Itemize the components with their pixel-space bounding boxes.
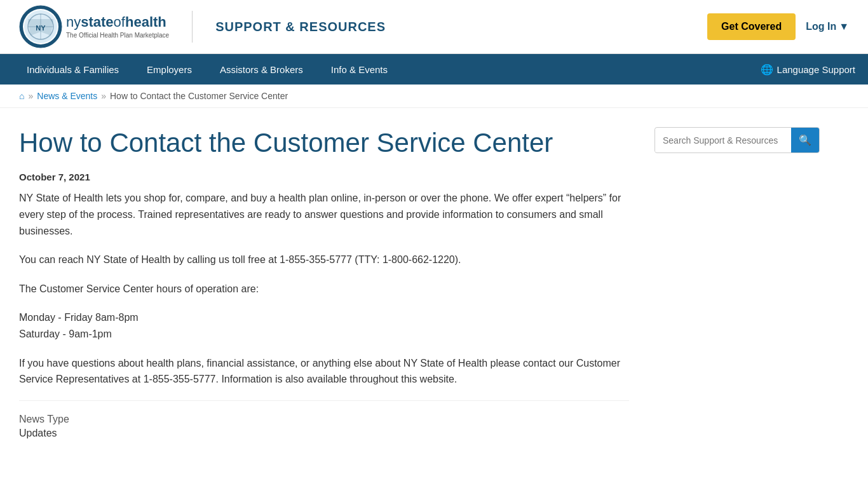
article-title: How to Contact the Customer Service Cent… bbox=[19, 127, 629, 159]
article-para-4: If you have questions about health plans… bbox=[19, 355, 629, 388]
logo-icon: NY bbox=[19, 5, 62, 48]
breadcrumb-current: How to Contact the Customer Service Cent… bbox=[110, 91, 288, 101]
header-left: NY nystateofhealth The Official Health P… bbox=[19, 5, 386, 48]
sidebar: 🔍 bbox=[654, 127, 820, 439]
support-resources-title: SUPPORT & RESOURCES bbox=[215, 20, 386, 34]
news-type-label: News Type bbox=[19, 414, 629, 425]
login-button[interactable]: Log In ▼ bbox=[806, 21, 849, 32]
get-covered-button[interactable]: Get Covered bbox=[707, 13, 796, 40]
main-container: How to Contact the Customer Service Cent… bbox=[0, 108, 868, 458]
breadcrumb-home[interactable]: ⌂ bbox=[19, 91, 24, 101]
main-nav: Individuals & Families Employers Assisto… bbox=[0, 54, 868, 85]
search-icon: 🔍 bbox=[799, 135, 811, 146]
article-para-1: NY State of Health lets you shop for, co… bbox=[19, 190, 629, 239]
home-icon: ⌂ bbox=[19, 91, 24, 101]
nav-item-individuals[interactable]: Individuals & Families bbox=[13, 55, 133, 84]
article-para-3: The Customer Service Center hours of ope… bbox=[19, 281, 629, 297]
nav-item-employers[interactable]: Employers bbox=[133, 55, 206, 84]
breadcrumb-sep-1: » bbox=[28, 91, 33, 101]
article-hours-mon: Monday - Friday 8am-8pm bbox=[19, 312, 139, 323]
article-para-2: You can reach NY State of Health by call… bbox=[19, 252, 629, 268]
nav-items: Individuals & Families Employers Assisto… bbox=[13, 55, 402, 84]
search-button[interactable]: 🔍 bbox=[791, 128, 819, 152]
article-date: October 7, 2021 bbox=[19, 172, 629, 182]
content-area: How to Contact the Customer Service Cent… bbox=[19, 127, 629, 439]
breadcrumb: ⌂ » News & Events » How to Contact the C… bbox=[0, 85, 868, 108]
breadcrumb-news-events[interactable]: News & Events bbox=[37, 91, 97, 101]
header-right: Get Covered Log In ▼ bbox=[707, 13, 849, 40]
article-para-hours: Monday - Friday 8am-8pm Saturday - 9am-1… bbox=[19, 309, 629, 342]
globe-icon: 🌐 bbox=[761, 64, 773, 76]
logo-area: NY nystateofhealth The Official Health P… bbox=[19, 5, 169, 48]
news-type-value: Updates bbox=[19, 428, 629, 439]
chevron-down-icon: ▼ bbox=[839, 21, 849, 32]
language-support-label: Language Support bbox=[777, 64, 855, 75]
news-type-section: News Type Updates bbox=[19, 400, 629, 439]
nav-item-assistors[interactable]: Assistors & Brokers bbox=[206, 55, 317, 84]
site-header: NY nystateofhealth The Official Health P… bbox=[0, 0, 868, 54]
header-divider bbox=[192, 11, 193, 43]
article-hours-sat: Saturday - 9am-1pm bbox=[19, 329, 112, 339]
search-box: 🔍 bbox=[654, 127, 820, 153]
logo-name: nystateofhealth bbox=[66, 15, 169, 30]
breadcrumb-sep-2: » bbox=[101, 91, 106, 101]
logo-text: nystateofhealth The Official Health Plan… bbox=[66, 15, 169, 38]
search-input[interactable] bbox=[655, 129, 791, 152]
logo-tagline: The Official Health Plan Marketplace bbox=[66, 32, 169, 39]
login-label: Log In bbox=[806, 21, 836, 32]
nav-item-info-events[interactable]: Info & Events bbox=[317, 55, 402, 84]
article-body: NY State of Health lets you shop for, co… bbox=[19, 190, 629, 387]
language-support[interactable]: 🌐 Language Support bbox=[761, 64, 855, 76]
